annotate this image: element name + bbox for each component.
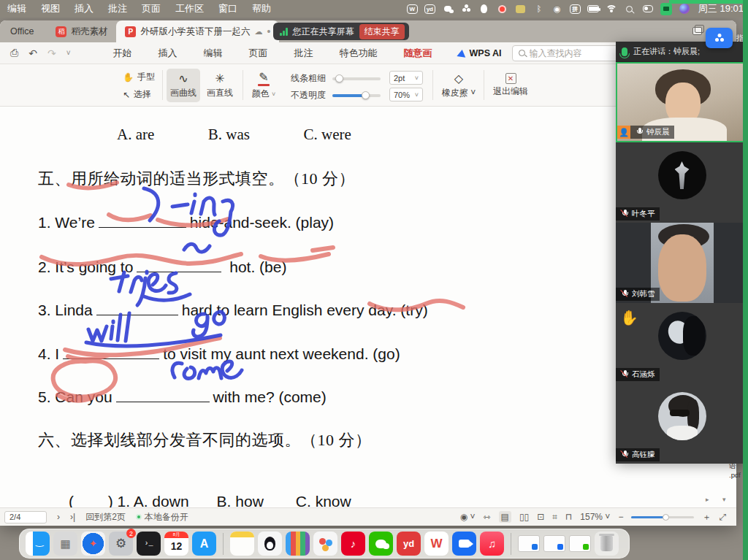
undo-icon[interactable]: ↶ (28, 47, 37, 59)
two-page-icon[interactable]: ▯▯ (519, 512, 529, 522)
window-restore-icon[interactable] (692, 27, 702, 37)
ribbon-tab-page[interactable]: 页面 (236, 47, 281, 60)
qq-dock-icon[interactable] (258, 532, 282, 556)
circles-app-icon[interactable] (313, 532, 337, 556)
zoom-out-icon[interactable]: − (618, 512, 623, 522)
eraser-button[interactable]: ◇ 橡皮擦 ˅ (438, 69, 479, 102)
settings-icon[interactable]: ⚙2 (109, 532, 133, 556)
menu-comment[interactable]: 批注 (101, 2, 134, 15)
read-mode-icon[interactable]: ◉ ˅ (460, 512, 476, 522)
docer-tab[interactable]: 稻 稻壳素材 (47, 20, 116, 42)
record-icon[interactable] (497, 3, 508, 15)
appstore-icon[interactable]: A (192, 532, 216, 556)
menubar-clock[interactable]: 周三 19:01 (697, 2, 744, 15)
line-weight-slider[interactable] (332, 77, 381, 80)
office-menu[interactable]: Office (0, 26, 47, 37)
finder-icon[interactable]: ‿ (26, 532, 50, 556)
youdao-dock-icon[interactable]: yd (397, 532, 421, 556)
zoom-slider[interactable] (631, 516, 694, 518)
draw-line-button[interactable]: ✳ 画直线 (203, 69, 237, 102)
pinyin-icon[interactable]: 拼 (570, 4, 581, 14)
hand-tool[interactable]: ✋手型 (123, 71, 155, 83)
minimized-window-3[interactable] (569, 535, 591, 552)
fullscreen-icon[interactable]: ⤢ (719, 512, 726, 522)
participant-tile-5[interactable]: 高钰朦 (616, 383, 748, 464)
participant-tile-2[interactable]: 叶冬平 (616, 142, 748, 223)
ribbon-tab-features[interactable]: 特色功能 (327, 47, 391, 60)
last-page-icon[interactable]: ›| (70, 512, 75, 522)
document-tab[interactable]: P 外研版小学英语下册一起六 ☁ • (116, 20, 279, 42)
ribbon-tab-comment[interactable]: 批注 (281, 47, 327, 60)
ribbon-tab-edit[interactable]: 编辑 (191, 47, 236, 60)
camera-icon[interactable] (515, 3, 527, 15)
menu-help[interactable]: 帮助 (245, 2, 278, 15)
opacity-dropdown[interactable]: 70%˅ (389, 88, 423, 101)
wechat-icon[interactable] (442, 3, 454, 15)
share-circles-icon[interactable] (460, 3, 472, 15)
meeting-float-tool[interactable]: 指 (706, 28, 744, 48)
qq-icon[interactable] (478, 3, 490, 15)
find-box[interactable] (512, 45, 623, 61)
minimized-window-2[interactable] (543, 535, 565, 552)
menu-view[interactable]: 视图 (34, 2, 67, 15)
books-icon[interactable] (286, 532, 310, 556)
minimized-window-1[interactable] (518, 535, 540, 552)
exit-edit-button[interactable]: ✕ 退出编辑 (489, 69, 532, 102)
next-page-icon[interactable]: › (57, 512, 60, 522)
actual-size-icon[interactable]: ⌗ (552, 512, 557, 522)
calendar-icon[interactable]: 8月12 (164, 532, 188, 556)
safari-icon[interactable]: ✦ (81, 532, 105, 556)
menu-edit[interactable]: 编辑 (0, 2, 34, 15)
ribbon-tab-freedraw[interactable]: 随意画 (391, 47, 446, 60)
opacity-slider[interactable] (332, 94, 381, 97)
select-tool[interactable]: ↖选择 (123, 88, 151, 101)
wps-ai-button[interactable]: WPS AI (457, 48, 502, 58)
draw-curve-button[interactable]: ∿ 画曲线 (167, 69, 200, 102)
siri-icon[interactable] (679, 3, 690, 15)
trash-icon[interactable] (595, 532, 619, 556)
launchpad-icon[interactable]: ▦ (53, 532, 77, 556)
control-center-icon[interactable] (642, 3, 654, 15)
wifi-icon[interactable] (606, 3, 617, 15)
weight-dropdown[interactable]: 2pt˅ (389, 71, 423, 85)
search-icon[interactable] (624, 3, 636, 15)
single-page-icon[interactable]: ▤ (499, 511, 511, 523)
page-indicator[interactable]: 2/4 (4, 511, 47, 523)
fit-page-icon[interactable]: ⊡ (537, 512, 544, 522)
menu-workspace[interactable]: 工作区 (168, 2, 211, 15)
notes-icon[interactable] (230, 532, 254, 556)
stop-share-button[interactable]: 结束共享 (359, 24, 405, 39)
terminal-icon[interactable]: ›_ (137, 532, 161, 556)
ribbon-tab-insert[interactable]: 插入 (145, 47, 191, 60)
annotation-share-icon[interactable] (706, 28, 733, 48)
ribbon-tab-home[interactable]: 开始 (100, 47, 145, 60)
fit-width-icon[interactable]: ⇿ (484, 512, 491, 522)
menu-window[interactable]: 窗口 (211, 2, 245, 15)
youdao-icon[interactable]: yd (424, 4, 435, 14)
redo-icon[interactable]: ↷ (47, 47, 56, 59)
back-to-page-button[interactable]: 回到第2页 (85, 511, 126, 523)
menu-insert[interactable]: 插入 (67, 2, 101, 15)
wps-dock-icon[interactable]: W (424, 532, 449, 556)
participant-tile-4[interactable]: ✋ 石涵烁 (616, 303, 748, 383)
crop-view-icon[interactable]: ⊓ (565, 512, 572, 522)
backup-status[interactable]: 本地备份开 (136, 511, 188, 523)
tencent-meeting-icon[interactable] (452, 532, 476, 556)
w-badge-icon[interactable]: W (407, 4, 418, 14)
print-icon[interactable]: ⎙ (10, 47, 18, 59)
zoom-in-icon[interactable]: ＋ (702, 511, 711, 523)
netease-music-icon[interactable]: ♪ (341, 532, 365, 556)
participant-tile-1[interactable]: 👤 钟辰晨 (616, 62, 748, 142)
wechat-dock-icon[interactable] (369, 532, 393, 556)
menu-page[interactable]: 页面 (134, 2, 168, 15)
meeting-menubar-icon[interactable] (660, 3, 672, 15)
participant-tile-3[interactable]: 刘韩雪 (616, 223, 748, 303)
apple-music-icon[interactable]: ♫ (480, 532, 504, 556)
zoom-level[interactable]: 157% ˅ (580, 512, 610, 522)
color-button[interactable]: ✎ 颜色 ˅ (247, 69, 280, 102)
find-input[interactable] (530, 48, 610, 58)
play-icon[interactable]: ◉ (552, 3, 563, 15)
scroll-arrows[interactable]: ▸ ▾ (706, 496, 732, 503)
bluetooth-icon[interactable]: ᛒ (533, 3, 545, 15)
toolbar-chevron-icon[interactable]: ˅ (66, 49, 71, 57)
